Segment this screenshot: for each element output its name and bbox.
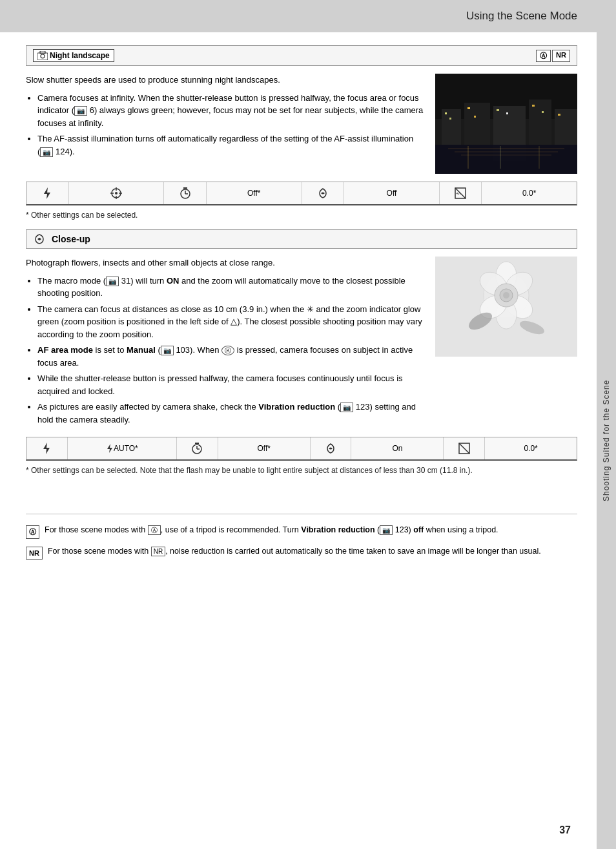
macro-val: Off xyxy=(387,189,397,198)
night-landscape-bullet-2: The AF-assist illumination turns off aut… xyxy=(37,132,426,158)
svg-rect-60 xyxy=(195,443,199,444)
closeup-bullet-4: While the shutter-release button is pres… xyxy=(37,372,426,397)
closeup-bullet-3: AF area mode is set to Manual (📷 103). W… xyxy=(37,344,426,369)
closeup-exp-val-cell: 0.0* xyxy=(485,437,577,459)
footnote-tripod: Ⓐ For those scene modes with Ⓐ, use of a… xyxy=(26,524,577,539)
night-landscape-badges: Ⓐ NR xyxy=(536,50,570,62)
closeup-header: Close-up xyxy=(26,229,577,249)
macro-icon-cell xyxy=(302,182,345,204)
svg-point-2 xyxy=(41,54,45,58)
tripod-badge: Ⓐ xyxy=(536,50,551,62)
footnote-nr: NR For those scene modes with NR, noise … xyxy=(26,545,577,560)
svg-rect-1 xyxy=(40,51,45,54)
closeup-exp-icon-cell xyxy=(444,437,485,459)
tripod-footnote-icon: Ⓐ xyxy=(26,525,39,539)
svg-rect-11 xyxy=(449,118,451,120)
night-landscape-bullets: Camera focuses at infinity. When the shu… xyxy=(26,92,426,158)
night-landscape-icon: Night landscape xyxy=(33,49,114,62)
night-landscape-text: Slow shutter speeds are used to produce … xyxy=(26,74,426,174)
night-landscape-footnote: * Other settings can be selected. xyxy=(26,211,577,220)
exp-val-cell: 0.0* xyxy=(482,182,577,204)
selftimer-icon-cell xyxy=(164,182,207,204)
footnote-tripod-text: For those scene modes with Ⓐ, use of a t… xyxy=(45,524,498,536)
closeup-bullet-1: The macro mode (📷 31) will turn ON and t… xyxy=(37,275,426,300)
closeup-footnote: * Other settings can be selected. Note t… xyxy=(26,466,577,475)
closeup-flash-icon-cell xyxy=(26,437,68,459)
night-landscape-intro: Slow shutter speeds are used to produce … xyxy=(26,74,426,87)
svg-rect-10 xyxy=(445,112,447,114)
macro-val-cell: Off xyxy=(344,182,440,204)
svg-point-28 xyxy=(115,192,118,194)
selftimer-val-cell: Off* xyxy=(207,182,302,204)
svg-line-62 xyxy=(459,443,469,454)
closeup-label: Close-up xyxy=(52,234,90,244)
svg-rect-12 xyxy=(467,107,470,109)
closeup-macro-val-cell: On xyxy=(351,437,444,459)
flower-photo-placeholder xyxy=(435,257,577,357)
af-icon-cell xyxy=(69,182,165,204)
header: Using the Scene Mode xyxy=(0,0,616,32)
exp-val: 0.0* xyxy=(522,189,536,198)
svg-rect-20 xyxy=(448,148,564,149)
svg-rect-25 xyxy=(539,146,540,169)
closeup-flash-val-cell: AUTO* xyxy=(68,437,177,459)
svg-rect-21 xyxy=(455,151,558,152)
exp-icon-cell: +/- xyxy=(440,182,482,204)
nr-footnote-icon: NR xyxy=(26,547,43,560)
closeup-image xyxy=(435,257,577,429)
svg-rect-24 xyxy=(500,146,501,169)
night-landscape-label: Night landscape xyxy=(50,51,110,60)
closeup-settings: AUTO* Off* On 0.0* xyxy=(26,437,577,461)
page: Using the Scene Mode Night landscape xyxy=(0,0,616,849)
svg-marker-55 xyxy=(43,443,50,454)
svg-marker-56 xyxy=(107,444,112,453)
side-tab: Shooting Suited for the Scene xyxy=(597,32,616,849)
page-number: 37 xyxy=(559,824,571,836)
closeup-selftimer-icon-cell xyxy=(177,437,218,459)
main-content: Night landscape Ⓐ NR Slow shutter speeds… xyxy=(0,32,597,849)
closeup-bullets: The macro mode (📷 31) will turn ON and t… xyxy=(26,275,426,426)
night-landscape-settings: Off* Off +/- 0.0* xyxy=(26,182,577,205)
svg-marker-26 xyxy=(44,187,50,199)
footnotes-area: Ⓐ For those scene modes with Ⓐ, use of a… xyxy=(26,514,577,560)
footnote-nr-text: For those scene modes with NR, noise red… xyxy=(48,545,541,558)
closeup-selftimer-val: Off* xyxy=(258,444,271,453)
svg-rect-23 xyxy=(467,146,469,169)
closeup-text: Photograph flowers, insects and other sm… xyxy=(26,257,426,429)
svg-rect-14 xyxy=(497,109,499,111)
closeup-flash-val: AUTO* xyxy=(106,444,138,454)
closeup-macro-icon-cell xyxy=(311,437,352,459)
closeup-bullet-5: As pictures are easily affected by camer… xyxy=(37,401,426,426)
svg-rect-54 xyxy=(435,257,577,357)
night-landscape-image xyxy=(435,74,577,174)
svg-rect-17 xyxy=(542,111,544,113)
svg-rect-13 xyxy=(474,116,476,118)
closeup-selftimer-val-cell: Off* xyxy=(218,437,311,459)
side-tab-text: Shooting Suited for the Scene xyxy=(602,380,611,501)
closeup-intro: Photograph flowers, insects and other sm… xyxy=(26,257,426,269)
closeup-title: Close-up xyxy=(33,233,90,245)
content-area: Night landscape Ⓐ NR Slow shutter speeds… xyxy=(0,32,616,849)
svg-rect-16 xyxy=(532,105,535,107)
closeup-exp-val: 0.0* xyxy=(524,444,537,453)
svg-rect-18 xyxy=(558,114,560,116)
svg-rect-15 xyxy=(506,112,508,114)
svg-text:+/-: +/- xyxy=(456,191,462,196)
page-title: Using the Scene Mode xyxy=(466,10,577,23)
closeup-body: Photograph flowers, insects and other sm… xyxy=(26,257,577,429)
nr-badge: NR xyxy=(552,50,570,62)
night-photo-placeholder xyxy=(435,74,577,174)
svg-rect-22 xyxy=(461,154,551,156)
selftimer-val: Off* xyxy=(247,189,260,198)
closeup-bullet-2: The camera can focus at distances as clo… xyxy=(37,303,426,341)
svg-rect-36 xyxy=(183,187,187,189)
night-landscape-body: Slow shutter speeds are used to produce … xyxy=(26,74,577,174)
night-landscape-header: Night landscape Ⓐ NR xyxy=(26,45,577,66)
night-landscape-bullet-1: Camera focuses at infinity. When the shu… xyxy=(37,92,426,130)
night-landscape-title: Night landscape xyxy=(33,49,114,62)
closeup-macro-val: On xyxy=(392,444,402,453)
flash-icon-cell xyxy=(26,182,69,204)
